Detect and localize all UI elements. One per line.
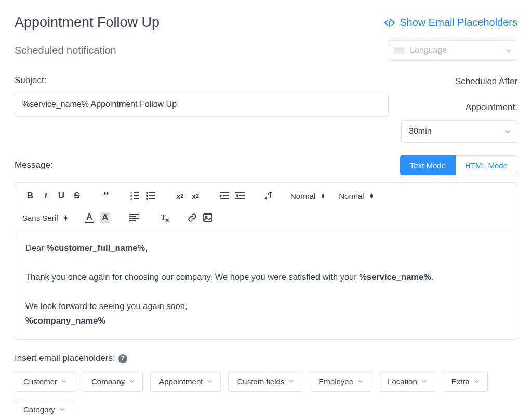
text-mode-button[interactable]: Text Mode — [400, 155, 456, 175]
sort-icon: ▲▼ — [321, 193, 325, 199]
chevron-down-icon — [288, 379, 294, 384]
svg-rect-6 — [134, 198, 139, 199]
svg-marker-21 — [264, 197, 267, 200]
svg-rect-8 — [149, 192, 155, 193]
svg-rect-22 — [129, 214, 139, 215]
chevron-down-icon — [207, 379, 212, 384]
body-line-4: %company_name% — [25, 313, 507, 328]
chevron-down-icon — [129, 379, 134, 384]
page-subtitle: Scheduled notification — [15, 45, 116, 57]
svg-rect-17 — [235, 192, 245, 193]
placeholder-buttons: Customer Company Appointment Custom fiel… — [15, 371, 517, 415]
editor-toolbar: B I U S ” 123 x2 x2 — [15, 183, 517, 229]
svg-rect-2 — [134, 192, 139, 193]
chevron-down-icon — [357, 379, 363, 384]
html-mode-button[interactable]: HTML Mode — [456, 155, 517, 175]
scheduled-after-label: Scheduled After — [401, 76, 517, 87]
indent-button[interactable] — [232, 188, 248, 204]
insert-placeholders-label: Insert email placeholders: — [15, 353, 115, 364]
placeholder-custom-fields[interactable]: Custom fields — [228, 371, 302, 392]
font-picker[interactable]: Sans Serif ▲▼ — [22, 213, 68, 222]
svg-rect-24 — [129, 218, 139, 219]
font-value: Sans Serif — [22, 213, 58, 222]
chevron-down-icon — [61, 379, 66, 384]
chevron-down-icon — [59, 407, 64, 412]
svg-rect-23 — [129, 216, 136, 217]
outdent-button[interactable] — [217, 188, 232, 204]
size-picker[interactable]: Normal ▲▼ — [339, 192, 374, 200]
link-button[interactable] — [184, 210, 200, 225]
subscript-button[interactable]: x2 — [172, 188, 188, 204]
bold-button[interactable]: B — [22, 188, 38, 204]
superscript-button[interactable]: x2 — [188, 188, 203, 204]
placeholder-customer[interactable]: Customer — [15, 371, 75, 392]
svg-marker-18 — [235, 194, 238, 197]
chevron-down-icon — [474, 379, 479, 384]
size-value: Normal — [339, 192, 364, 200]
svg-rect-15 — [223, 195, 229, 196]
svg-rect-16 — [220, 198, 229, 199]
mode-toggle: Text Mode HTML Mode — [400, 155, 517, 175]
svg-rect-13 — [220, 192, 229, 193]
strike-button[interactable]: S — [69, 188, 85, 204]
text-color-button[interactable]: A — [82, 210, 97, 225]
chevron-down-icon — [421, 379, 427, 384]
placeholder-company[interactable]: Company — [83, 371, 143, 392]
heading-value: Normal — [290, 192, 315, 200]
code-icon — [384, 18, 395, 28]
chevron-down-icon — [506, 48, 511, 53]
rich-text-editor: B I U S ” 123 x2 x2 — [15, 182, 517, 340]
svg-text:3: 3 — [130, 197, 132, 200]
svg-point-7 — [146, 192, 148, 194]
page-title: Appointment Follow Up — [15, 15, 159, 31]
unordered-list-button[interactable] — [143, 188, 158, 204]
heading-picker[interactable]: Normal ▲▼ — [290, 192, 325, 200]
placeholder-appointment[interactable]: Appointment — [150, 371, 221, 392]
placeholder-extra[interactable]: Extra — [443, 371, 488, 392]
highlight-color-button[interactable]: A — [97, 210, 113, 225]
show-placeholders-label: Show Email Placeholders — [400, 17, 517, 29]
body-line-2: Thank you once again for choosing our co… — [25, 270, 507, 284]
placeholder-category[interactable]: Category — [15, 399, 73, 415]
underline-button[interactable]: U — [54, 188, 69, 204]
italic-button[interactable]: I — [38, 188, 54, 204]
placeholder-location[interactable]: Location — [379, 371, 435, 392]
svg-rect-4 — [134, 195, 139, 196]
align-button[interactable] — [126, 210, 142, 225]
show-email-placeholders-link[interactable]: Show Email Placeholders — [384, 17, 517, 29]
svg-line-0 — [389, 19, 390, 26]
sort-icon: ▲▼ — [369, 193, 374, 199]
language-placeholder: Language — [410, 46, 447, 55]
svg-point-11 — [146, 198, 148, 200]
direction-button[interactable] — [261, 188, 277, 204]
chevron-down-icon — [504, 129, 510, 134]
appointment-label: Appointment: — [401, 102, 517, 113]
svg-point-9 — [146, 195, 148, 197]
svg-rect-12 — [149, 198, 155, 199]
message-label: Message: — [15, 160, 53, 170]
subject-label: Subject: — [15, 75, 389, 86]
ordered-list-button[interactable]: 123 — [127, 188, 143, 204]
editor-content[interactable]: Dear %customer_full_name%, Thank you onc… — [15, 229, 517, 339]
svg-rect-25 — [129, 220, 136, 221]
blockquote-button[interactable]: ” — [98, 188, 114, 204]
duration-select[interactable]: 30min — [401, 120, 517, 143]
placeholder-employee[interactable]: Employee — [310, 371, 371, 392]
svg-rect-10 — [149, 195, 155, 196]
body-line-3: We look forward to seeing you again soon… — [25, 299, 507, 313]
svg-rect-26 — [204, 214, 212, 221]
language-select[interactable]: Language — [388, 40, 517, 61]
sort-icon: ▲▼ — [63, 215, 68, 221]
duration-value: 30min — [409, 127, 432, 136]
svg-rect-20 — [235, 198, 245, 199]
clear-format-button[interactable]: T✕ — [155, 210, 171, 225]
svg-marker-14 — [220, 194, 222, 197]
subject-input[interactable] — [15, 92, 389, 117]
svg-rect-19 — [239, 195, 245, 196]
image-button[interactable] — [200, 210, 216, 225]
body-line-1: Dear %customer_full_name%, — [25, 240, 507, 255]
flag-icon — [394, 47, 405, 54]
help-icon[interactable]: ? — [118, 354, 127, 363]
